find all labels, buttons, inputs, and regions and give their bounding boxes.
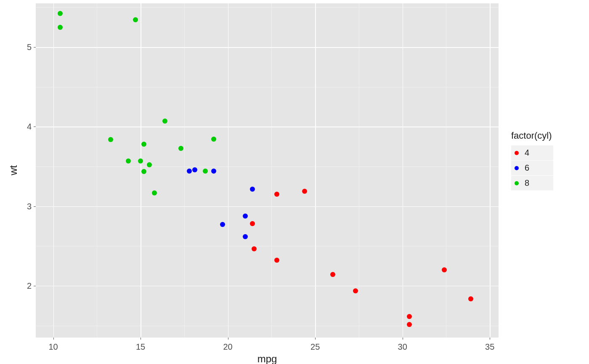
grid-major-v — [403, 3, 403, 338]
x-tick — [228, 338, 228, 340]
y-tick-label: 5 — [27, 42, 32, 52]
data-point — [211, 169, 216, 174]
grid-major-v — [490, 3, 491, 338]
x-tick — [315, 338, 316, 340]
data-point — [243, 234, 248, 239]
x-tick — [141, 338, 141, 340]
x-tick-label: 15 — [136, 342, 145, 352]
grid-minor-v — [271, 3, 272, 338]
data-point — [250, 221, 255, 226]
legend-title: factor(cyl) — [511, 130, 553, 141]
legend-swatch — [515, 151, 519, 155]
legend-item: 6 — [511, 161, 553, 175]
grid-minor-h — [36, 166, 499, 167]
data-point — [407, 314, 412, 319]
data-point — [133, 17, 138, 22]
grid-major-h — [36, 286, 499, 287]
grid-major-v — [141, 3, 141, 338]
legend-label: 4 — [525, 148, 529, 158]
legend-swatch — [515, 166, 519, 170]
data-point — [108, 137, 113, 142]
legend-item: 8 — [511, 176, 553, 190]
x-tick-label: 20 — [223, 342, 232, 352]
data-point — [203, 169, 208, 174]
data-point — [152, 190, 157, 195]
grid-major-h — [36, 206, 499, 207]
data-point — [147, 162, 152, 167]
data-point — [243, 214, 248, 219]
data-point — [302, 189, 307, 194]
data-point — [162, 119, 167, 124]
y-tick — [34, 206, 36, 207]
grid-minor-h — [36, 246, 499, 246]
data-point — [178, 146, 183, 151]
data-point — [141, 142, 146, 147]
data-point — [138, 158, 143, 164]
data-point — [353, 288, 358, 293]
grid-minor-v — [184, 3, 185, 338]
data-point — [220, 222, 225, 227]
data-point — [58, 25, 63, 30]
x-tick — [53, 338, 54, 340]
data-point — [211, 137, 216, 142]
grid-major-h — [36, 47, 499, 48]
grid-minor-v — [97, 3, 97, 338]
x-tick-label: 30 — [398, 342, 407, 352]
grid-minor-h — [36, 326, 499, 326]
x-axis-title: mpg — [257, 353, 277, 364]
data-point — [468, 296, 473, 301]
grid-major-v — [53, 3, 54, 338]
data-point — [141, 169, 146, 174]
y-tick — [34, 47, 36, 47]
legend-label: 8 — [525, 178, 529, 188]
data-point — [126, 158, 131, 164]
grid-minor-v — [446, 3, 446, 338]
legend: factor(cyl) 468 — [511, 130, 553, 191]
y-tick — [34, 127, 36, 127]
y-tick-label: 3 — [27, 201, 32, 211]
data-point — [330, 272, 335, 277]
legend-swatch — [515, 181, 519, 185]
legend-item: 4 — [511, 145, 553, 160]
y-axis-title: wt — [8, 165, 19, 175]
grid-major-v — [228, 3, 229, 338]
y-tick-label: 4 — [27, 122, 32, 132]
grid-major-v — [315, 3, 316, 338]
x-tick — [403, 338, 403, 340]
x-tick-label: 35 — [485, 342, 494, 352]
x-tick — [490, 338, 490, 340]
data-point — [58, 11, 63, 16]
grid-minor-v — [359, 3, 359, 338]
x-tick-label: 10 — [48, 342, 58, 352]
chart-container — [36, 3, 499, 338]
grid-major-h — [36, 127, 499, 127]
grid-minor-h — [36, 7, 499, 8]
grid-minor-h — [36, 87, 499, 87]
data-point — [187, 169, 192, 174]
plot-area — [36, 3, 499, 338]
data-point — [442, 267, 447, 272]
data-point — [252, 246, 257, 251]
y-tick — [34, 286, 36, 286]
data-point — [274, 192, 279, 197]
data-point — [192, 167, 197, 172]
data-point — [250, 187, 255, 192]
data-point — [274, 258, 279, 263]
x-tick-label: 25 — [310, 342, 320, 352]
y-tick-label: 2 — [27, 281, 32, 290]
data-point — [407, 322, 412, 327]
legend-label: 6 — [525, 163, 529, 173]
